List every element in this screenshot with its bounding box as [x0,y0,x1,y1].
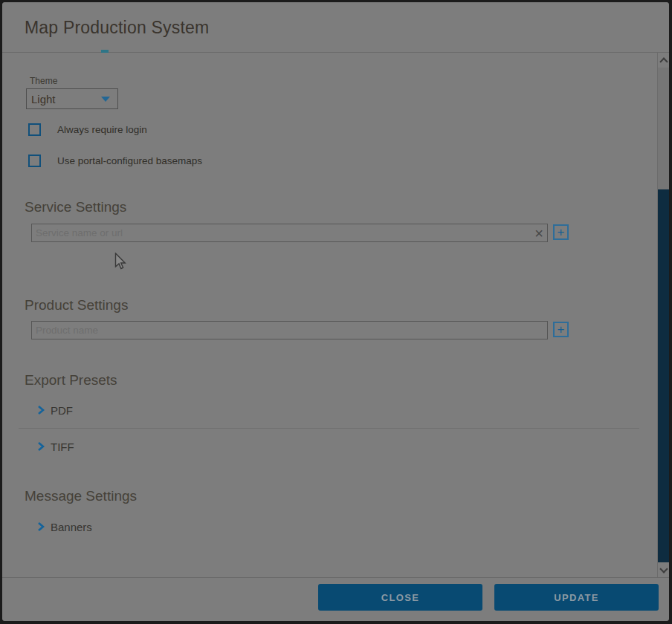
map-production-system-dialog: Map Production System Theme Light Always… [2,2,669,621]
message-settings-heading: Message Settings [25,487,137,506]
expander-label: PDF [51,404,73,417]
chevron-right-icon [36,405,45,415]
banners-expander[interactable]: Banners [36,518,92,536]
plus-icon: + [558,227,565,238]
add-service-button[interactable]: + [553,224,569,240]
service-name-input[interactable] [31,224,548,242]
page-title: Map Production System [25,18,209,38]
scroll-up-button[interactable] [658,53,669,68]
divider [19,428,639,429]
scroll-down-button[interactable] [658,562,669,577]
add-product-button[interactable]: + [553,322,569,337]
caret-down-icon [101,97,110,102]
product-settings-heading: Product Settings [25,296,128,315]
scrollbar-track[interactable] [658,68,669,562]
chevron-down-icon [659,565,668,573]
portal-basemaps-checkbox[interactable] [28,155,41,167]
checkbox-label: Use portal-configured basemaps [57,155,202,166]
portal-basemaps-option[interactable]: Use portal-configured basemaps [28,154,202,167]
export-presets-heading: Export Presets [25,371,117,390]
service-input-row: × + [31,224,548,243]
product-input-row: + [31,321,548,340]
plus-icon: + [558,324,565,335]
clear-icon[interactable]: × [531,224,547,241]
always-require-login-checkbox[interactable] [28,123,41,136]
cutoff-scrolled-element [101,50,109,53]
chevron-right-icon [36,441,45,452]
scrollbar[interactable] [657,53,669,577]
theme-label: Theme [30,76,57,86]
dialog-footer: CLOSE UPDATE [2,577,669,621]
theme-select-value: Light [27,93,101,105]
tiff-expander[interactable]: TIFF [36,438,74,455]
product-name-input[interactable] [31,321,548,339]
update-button[interactable]: UPDATE [494,584,659,611]
theme-select[interactable]: Light [26,88,118,109]
pdf-expander[interactable]: PDF [36,401,73,419]
chevron-right-icon [36,521,45,532]
expander-label: Banners [51,521,92,533]
service-settings-heading: Service Settings [25,198,126,217]
dialog-header: Map Production System [2,2,669,53]
checkbox-label: Always require login [57,124,147,135]
chevron-up-icon [659,57,668,65]
always-require-login-option[interactable]: Always require login [28,123,147,136]
scrollbar-thumb[interactable] [658,189,669,562]
close-button[interactable]: CLOSE [318,584,482,611]
expander-label: TIFF [51,441,74,453]
